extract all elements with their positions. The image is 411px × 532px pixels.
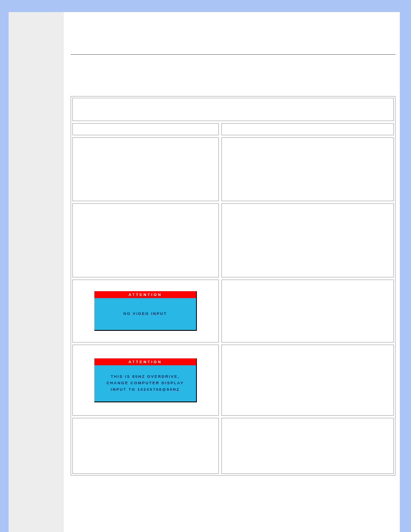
troubleshooting-table: ATTENTION NO VIDEO INPUT ATTENTION THIS …: [71, 96, 395, 476]
table-row: [221, 137, 394, 201]
sidebar: [9, 12, 64, 532]
osd-line: NO VIDEO INPUT: [123, 311, 167, 317]
table-subheader-left: [72, 123, 219, 135]
prelude-text: [71, 62, 395, 96]
table-row: [221, 345, 394, 416]
title-area: [71, 28, 395, 54]
table-row: [221, 280, 394, 342]
table-row: [221, 418, 394, 474]
table-row-with-image: ATTENTION THIS IS 85HZ OVERDRIVE, CHANGE…: [72, 345, 219, 416]
table-row: [72, 418, 219, 474]
table-subheader-right: [221, 123, 394, 135]
content-area: ATTENTION NO VIDEO INPUT ATTENTION THIS …: [64, 12, 402, 532]
osd-message-body: NO VIDEO INPUT: [94, 298, 196, 330]
scrollbar[interactable]: [400, 12, 402, 532]
osd-message-overdrive: ATTENTION THIS IS 85HZ OVERDRIVE, CHANGE…: [94, 358, 197, 402]
table-header-row: [72, 98, 394, 121]
osd-attention-bar: ATTENTION: [94, 358, 196, 365]
table-row: [72, 137, 219, 201]
table-row-with-image: ATTENTION NO VIDEO INPUT: [72, 280, 219, 342]
table-row: [72, 203, 219, 277]
divider: [71, 54, 395, 55]
osd-message-no-video: ATTENTION NO VIDEO INPUT: [94, 291, 197, 331]
osd-line: THIS IS 85HZ OVERDRIVE,: [111, 373, 180, 380]
table-row: [221, 203, 394, 277]
osd-line: CHANGE COMPUTER DISPLAY: [106, 380, 184, 386]
osd-line: INPUT TO 1024X768@60HZ: [111, 386, 180, 393]
page: ATTENTION NO VIDEO INPUT ATTENTION THIS …: [9, 12, 402, 532]
osd-message-body: THIS IS 85HZ OVERDRIVE, CHANGE COMPUTER …: [94, 365, 196, 401]
osd-attention-bar: ATTENTION: [94, 291, 196, 298]
